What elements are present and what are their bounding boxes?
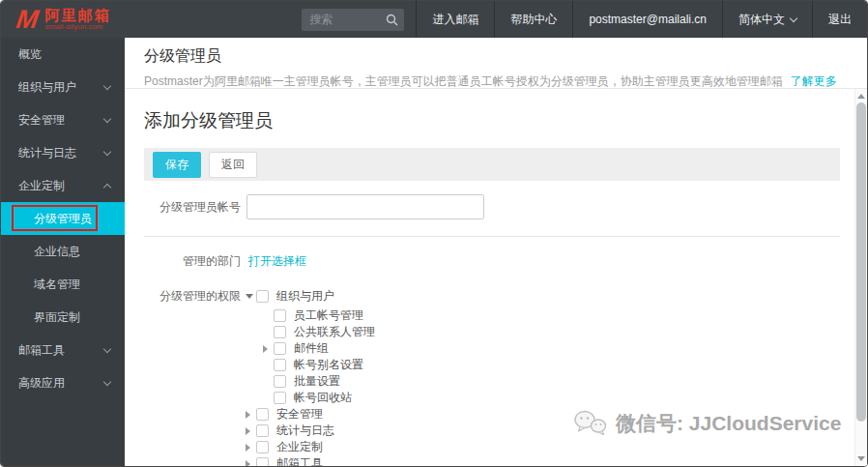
brand-domain: email-aliyun.com <box>45 22 111 31</box>
sidebar: 概览 组织与用户 安全管理 统计与日志 企业定制 分级管理员 企业信息 域名管理… <box>1 38 125 466</box>
logo-m-icon: M <box>14 7 40 33</box>
sidebar-item-ui-custom[interactable]: 界面定制 <box>1 301 125 334</box>
tree-node-label: 组织与用户 <box>276 288 334 305</box>
menu-enter-mailbox-label: 进入邮箱 <box>432 12 478 28</box>
sidebar-item-label: 高级应用 <box>18 376 65 390</box>
checkbox-security[interactable] <box>256 408 269 421</box>
checkbox-batch-settings[interactable] <box>274 375 286 388</box>
checkbox-public-contacts[interactable] <box>274 326 286 338</box>
sidebar-item-overview[interactable]: 概览 <box>1 38 125 71</box>
scrollbar-thumb[interactable] <box>856 102 866 422</box>
chevron-down-icon <box>103 345 111 353</box>
page-header: 分级管理员 Postmaster为阿里邮箱唯一主管理员帐号，主管理员可以把普通员… <box>125 38 867 89</box>
chevron-up-icon <box>103 184 111 191</box>
checkbox-enterprise-custom[interactable] <box>256 441 269 453</box>
caret-down-icon[interactable] <box>246 294 256 299</box>
tree-node-label: 员工帐号管理 <box>294 307 363 324</box>
tree-node-mail-groups: 邮件组 <box>246 340 375 357</box>
main-panel: 分级管理员 Postmaster为阿里邮箱唯一主管理员帐号，主管理员可以把普通员… <box>125 38 867 466</box>
tree-node-org-users: 组织与用户 <box>246 288 375 305</box>
form-heading: 添加分级管理员 <box>144 108 854 133</box>
sidebar-item-advanced-apps[interactable]: 高级应用 <box>1 366 125 399</box>
menu-enter-mailbox[interactable]: 进入邮箱 <box>416 1 494 38</box>
sidebar-item-label: 统计与日志 <box>18 146 76 160</box>
scrollbar-up-icon[interactable] <box>857 94 865 99</box>
caret-right-icon[interactable] <box>246 460 256 467</box>
checkbox-stats-logs[interactable] <box>256 424 269 437</box>
tree-node-label: 帐号回收站 <box>294 390 352 406</box>
back-button[interactable]: 返回 <box>209 152 257 178</box>
sidebar-item-enterprise-info[interactable]: 企业信息 <box>1 235 125 268</box>
chevron-down-icon <box>103 82 111 90</box>
sidebar-item-security[interactable]: 安全管理 <box>1 103 125 136</box>
checkbox-mail-tools[interactable] <box>256 457 269 466</box>
chevron-down-icon <box>103 378 111 386</box>
chevron-down-icon <box>103 115 111 123</box>
checkbox-account-recycle[interactable] <box>274 392 286 404</box>
tree-node-label: 批量设置 <box>294 373 340 390</box>
topbar-menu: 进入邮箱 帮助中心 postmaster@mailali.cn 简体中文 退出 <box>416 1 867 38</box>
menu-language-select[interactable]: 简体中文 <box>722 1 812 38</box>
tree-node-label: 邮件组 <box>294 340 329 357</box>
caret-right-icon[interactable] <box>246 411 256 419</box>
menu-help-center-label: 帮助中心 <box>510 12 557 28</box>
sidebar-item-enterprise-custom[interactable]: 企业定制 <box>1 169 125 202</box>
sidebar-item-org-users[interactable]: 组织与用户 <box>1 71 125 103</box>
sidebar-item-domain-mgmt[interactable]: 域名管理 <box>1 268 125 301</box>
checkbox-mail-groups[interactable] <box>274 342 286 355</box>
sidebar-item-label: 安全管理 <box>18 113 65 127</box>
tree-node-label: 统计与日志 <box>276 423 334 439</box>
search-input[interactable] <box>307 12 386 27</box>
logo-text: 阿里邮箱 email-aliyun.com <box>45 8 111 31</box>
tree-node-label: 公共联系人管理 <box>294 324 375 340</box>
checkbox-org-users[interactable] <box>256 290 269 303</box>
checkbox-employee-accounts[interactable] <box>274 309 286 322</box>
vertical-scrollbar[interactable] <box>854 89 867 466</box>
caret-right-icon[interactable] <box>246 427 256 435</box>
sidebar-item-label: 企业定制 <box>18 179 65 192</box>
sidebar-item-label: 概览 <box>18 47 42 61</box>
permission-tree: 组织与用户 员工帐号管理 公共联系人管理 <box>246 288 375 466</box>
account-row: 分级管理员帐号 <box>144 194 854 219</box>
department-row: 管理的部门 打开选择框 <box>144 253 854 270</box>
tree-node-label: 企业定制 <box>276 439 323 455</box>
sidebar-item-mail-tools[interactable]: 邮箱工具 <box>1 334 125 366</box>
menu-account-email[interactable]: postmaster@mailali.cn <box>572 1 722 38</box>
menu-language-label: 简体中文 <box>738 12 785 28</box>
admin-account-input[interactable] <box>246 194 484 219</box>
scrollbar-down-icon[interactable] <box>857 456 865 461</box>
save-button[interactable]: 保存 <box>153 152 201 178</box>
account-label: 分级管理员帐号 <box>144 199 241 216</box>
checkbox-account-alias[interactable] <box>274 359 286 371</box>
sidebar-item-label: 域名管理 <box>34 277 80 291</box>
annotation-highlight-box <box>12 205 98 231</box>
tree-node-mail-tools: 邮箱工具 <box>246 455 375 466</box>
menu-help-center[interactable]: 帮助中心 <box>494 1 572 38</box>
tree-node-public-contacts: 公共联系人管理 <box>246 324 375 340</box>
form-toolbar: 保存 返回 <box>144 148 840 181</box>
page-description: Postmaster为阿里邮箱唯一主管理员帐号，主管理员可以把普通员工帐号授权为… <box>144 73 848 90</box>
tree-node-account-alias: 帐号别名设置 <box>246 357 375 373</box>
caret-right-icon[interactable] <box>263 345 274 353</box>
tree-node-account-recycle: 帐号回收站 <box>246 390 375 406</box>
topbar: M 阿里邮箱 email-aliyun.com 进入邮箱 帮助中心 postma… <box>1 1 867 38</box>
sidebar-item-label: 邮箱工具 <box>18 343 65 357</box>
tree-node-label: 安全管理 <box>276 406 323 423</box>
open-selector-link[interactable]: 打开选择框 <box>248 253 306 270</box>
tree-node-stats-logs: 统计与日志 <box>246 423 375 439</box>
department-label: 管理的部门 <box>144 253 241 270</box>
tree-node-label: 邮箱工具 <box>276 455 323 466</box>
search-icon[interactable] <box>386 14 398 26</box>
tree-node-label: 帐号别名设置 <box>294 357 363 373</box>
search-box[interactable] <box>302 9 404 31</box>
caret-right-icon[interactable] <box>246 444 256 452</box>
tree-node-employee-accounts: 员工帐号管理 <box>246 307 375 324</box>
learn-more-link[interactable]: 了解更多 <box>791 74 837 88</box>
chevron-down-icon <box>790 14 797 21</box>
permission-row: 分级管理的权限 组织与用户 员工帐号管理 <box>144 288 854 466</box>
aliyun-mail-logo[interactable]: M 阿里邮箱 email-aliyun.com <box>16 1 111 38</box>
sidebar-item-stats-logs[interactable]: 统计与日志 <box>1 136 125 169</box>
sidebar-item-label: 组织与用户 <box>18 80 76 94</box>
menu-logout[interactable]: 退出 <box>812 1 867 38</box>
sidebar-item-label: 企业信息 <box>34 245 80 258</box>
